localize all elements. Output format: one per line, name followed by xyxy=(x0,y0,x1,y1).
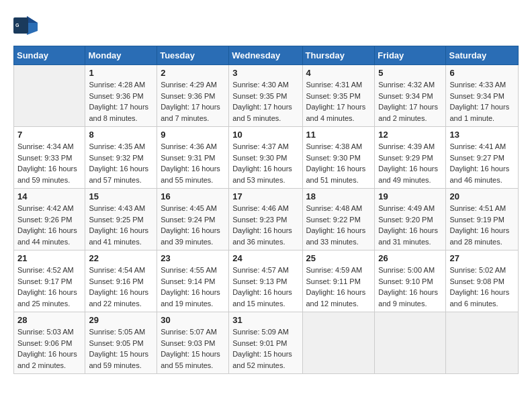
day-number: 13 xyxy=(449,130,515,140)
calendar-cell: 4Sunrise: 4:31 AM Sunset: 9:35 PM Daylig… xyxy=(302,65,375,127)
day-number: 29 xyxy=(89,315,153,325)
calendar-cell: 5Sunrise: 4:32 AM Sunset: 9:34 PM Daylig… xyxy=(375,65,446,127)
day-info: Sunrise: 4:38 AM Sunset: 9:30 PM Dayligh… xyxy=(306,141,371,185)
day-info: Sunrise: 4:48 AM Sunset: 9:22 PM Dayligh… xyxy=(306,203,371,247)
day-info: Sunrise: 4:54 AM Sunset: 9:16 PM Dayligh… xyxy=(89,265,153,309)
day-number: 5 xyxy=(378,68,442,78)
header-sunday: Sunday xyxy=(14,46,85,65)
calendar-cell: 20Sunrise: 4:51 AM Sunset: 9:19 PM Dayli… xyxy=(446,189,519,250)
day-number: 21 xyxy=(17,253,81,263)
calendar-cell: 19Sunrise: 4:49 AM Sunset: 9:20 PM Dayli… xyxy=(375,189,446,250)
calendar-cell: 25Sunrise: 4:59 AM Sunset: 9:11 PM Dayli… xyxy=(302,250,375,312)
day-number: 9 xyxy=(161,130,225,140)
day-number: 7 xyxy=(17,130,81,140)
day-info: Sunrise: 4:28 AM Sunset: 9:36 PM Dayligh… xyxy=(89,79,153,124)
calendar-cell: 16Sunrise: 4:45 AM Sunset: 9:24 PM Dayli… xyxy=(157,189,229,250)
calendar-week-4: 28Sunrise: 5:03 AM Sunset: 9:06 PM Dayli… xyxy=(14,312,519,374)
day-info: Sunrise: 4:46 AM Sunset: 9:23 PM Dayligh… xyxy=(232,203,298,247)
calendar-cell: 17Sunrise: 4:46 AM Sunset: 9:23 PM Dayli… xyxy=(229,189,302,250)
day-info: Sunrise: 4:39 AM Sunset: 9:29 PM Dayligh… xyxy=(378,141,442,185)
header-saturday: Saturday xyxy=(446,46,519,65)
day-number: 1 xyxy=(89,68,153,78)
day-info: Sunrise: 4:41 AM Sunset: 9:27 PM Dayligh… xyxy=(449,141,515,185)
day-number: 14 xyxy=(17,191,81,201)
calendar-cell: 28Sunrise: 5:03 AM Sunset: 9:06 PM Dayli… xyxy=(14,312,85,374)
calendar-cell: 9Sunrise: 4:36 AM Sunset: 9:31 PM Daylig… xyxy=(157,127,229,189)
day-info: Sunrise: 4:43 AM Sunset: 9:25 PM Dayligh… xyxy=(89,203,153,247)
logo-icon: G xyxy=(13,13,35,35)
calendar-cell: 21Sunrise: 4:52 AM Sunset: 9:17 PM Dayli… xyxy=(14,250,85,312)
day-info: Sunrise: 4:37 AM Sunset: 9:30 PM Dayligh… xyxy=(232,141,298,185)
calendar-table: SundayMondayTuesdayWednesdayThursdayFrid… xyxy=(13,46,519,374)
calendar-week-3: 21Sunrise: 4:52 AM Sunset: 9:17 PM Dayli… xyxy=(14,250,519,312)
day-info: Sunrise: 5:05 AM Sunset: 9:05 PM Dayligh… xyxy=(89,326,153,371)
day-info: Sunrise: 5:07 AM Sunset: 9:03 PM Dayligh… xyxy=(161,326,225,371)
calendar-cell: 27Sunrise: 5:02 AM Sunset: 9:08 PM Dayli… xyxy=(446,250,519,312)
calendar-cell: 23Sunrise: 4:55 AM Sunset: 9:14 PM Dayli… xyxy=(157,250,229,312)
day-number: 2 xyxy=(161,68,225,78)
day-info: Sunrise: 5:03 AM Sunset: 9:06 PM Dayligh… xyxy=(17,326,81,371)
day-info: Sunrise: 4:36 AM Sunset: 9:31 PM Dayligh… xyxy=(161,141,225,185)
calendar-header-row: SundayMondayTuesdayWednesdayThursdayFrid… xyxy=(14,46,519,65)
day-info: Sunrise: 5:00 AM Sunset: 9:10 PM Dayligh… xyxy=(378,265,442,309)
calendar-cell: 7Sunrise: 4:34 AM Sunset: 9:33 PM Daylig… xyxy=(14,127,85,189)
calendar-cell: 15Sunrise: 4:43 AM Sunset: 9:25 PM Dayli… xyxy=(85,189,157,250)
day-number: 20 xyxy=(449,191,515,201)
day-number: 12 xyxy=(378,130,442,140)
header-thursday: Thursday xyxy=(302,46,375,65)
day-number: 10 xyxy=(232,130,298,140)
day-info: Sunrise: 4:30 AM Sunset: 9:35 PM Dayligh… xyxy=(232,79,298,124)
day-info: Sunrise: 5:09 AM Sunset: 9:01 PM Dayligh… xyxy=(232,326,298,371)
calendar-cell: 18Sunrise: 4:48 AM Sunset: 9:22 PM Dayli… xyxy=(302,189,375,250)
day-info: Sunrise: 4:52 AM Sunset: 9:17 PM Dayligh… xyxy=(17,265,81,309)
day-number: 18 xyxy=(306,191,371,201)
day-number: 19 xyxy=(378,191,442,201)
calendar-cell: 14Sunrise: 4:42 AM Sunset: 9:26 PM Dayli… xyxy=(14,189,85,250)
day-number: 26 xyxy=(378,253,442,263)
header-wednesday: Wednesday xyxy=(229,46,302,65)
day-number: 6 xyxy=(449,68,515,78)
day-info: Sunrise: 4:31 AM Sunset: 9:35 PM Dayligh… xyxy=(306,79,371,124)
day-info: Sunrise: 4:42 AM Sunset: 9:26 PM Dayligh… xyxy=(17,203,81,247)
day-info: Sunrise: 4:51 AM Sunset: 9:19 PM Dayligh… xyxy=(449,203,515,247)
day-info: Sunrise: 4:59 AM Sunset: 9:11 PM Dayligh… xyxy=(306,265,371,309)
calendar-cell xyxy=(375,312,446,374)
day-info: Sunrise: 4:35 AM Sunset: 9:32 PM Dayligh… xyxy=(89,141,153,185)
day-number: 4 xyxy=(306,68,371,78)
calendar-cell xyxy=(14,65,85,127)
calendar-cell: 6Sunrise: 4:33 AM Sunset: 9:34 PM Daylig… xyxy=(446,65,519,127)
calendar-cell: 10Sunrise: 4:37 AM Sunset: 9:30 PM Dayli… xyxy=(229,127,302,189)
day-number: 24 xyxy=(232,253,298,263)
calendar-cell: 1Sunrise: 4:28 AM Sunset: 9:36 PM Daylig… xyxy=(85,65,157,127)
day-number: 11 xyxy=(306,130,371,140)
calendar-cell: 26Sunrise: 5:00 AM Sunset: 9:10 PM Dayli… xyxy=(375,250,446,312)
day-number: 15 xyxy=(89,191,153,201)
calendar-week-0: 1Sunrise: 4:28 AM Sunset: 9:36 PM Daylig… xyxy=(14,65,519,127)
calendar-cell: 12Sunrise: 4:39 AM Sunset: 9:29 PM Dayli… xyxy=(375,127,446,189)
calendar-week-2: 14Sunrise: 4:42 AM Sunset: 9:26 PM Dayli… xyxy=(14,189,519,250)
calendar-cell: 22Sunrise: 4:54 AM Sunset: 9:16 PM Dayli… xyxy=(85,250,157,312)
calendar-cell: 30Sunrise: 5:07 AM Sunset: 9:03 PM Dayli… xyxy=(157,312,229,374)
calendar-cell: 2Sunrise: 4:29 AM Sunset: 9:36 PM Daylig… xyxy=(157,65,229,127)
day-info: Sunrise: 4:29 AM Sunset: 9:36 PM Dayligh… xyxy=(161,79,225,124)
calendar-cell: 31Sunrise: 5:09 AM Sunset: 9:01 PM Dayli… xyxy=(229,312,302,374)
day-info: Sunrise: 4:55 AM Sunset: 9:14 PM Dayligh… xyxy=(161,265,225,309)
day-number: 27 xyxy=(449,253,515,263)
day-info: Sunrise: 5:02 AM Sunset: 9:08 PM Dayligh… xyxy=(449,265,515,309)
calendar-cell: 3Sunrise: 4:30 AM Sunset: 9:35 PM Daylig… xyxy=(229,65,302,127)
header-tuesday: Tuesday xyxy=(157,46,229,65)
day-number: 8 xyxy=(89,130,153,140)
day-number: 16 xyxy=(161,191,225,201)
calendar-cell xyxy=(446,312,519,374)
day-info: Sunrise: 4:45 AM Sunset: 9:24 PM Dayligh… xyxy=(161,203,225,247)
day-number: 17 xyxy=(232,191,298,201)
calendar-cell: 29Sunrise: 5:05 AM Sunset: 9:05 PM Dayli… xyxy=(85,312,157,374)
day-info: Sunrise: 4:32 AM Sunset: 9:34 PM Dayligh… xyxy=(378,79,442,124)
calendar-week-1: 7Sunrise: 4:34 AM Sunset: 9:33 PM Daylig… xyxy=(14,127,519,189)
header-monday: Monday xyxy=(85,46,157,65)
calendar-cell: 24Sunrise: 4:57 AM Sunset: 9:13 PM Dayli… xyxy=(229,250,302,312)
calendar-cell: 11Sunrise: 4:38 AM Sunset: 9:30 PM Dayli… xyxy=(302,127,375,189)
day-number: 28 xyxy=(17,315,81,325)
day-info: Sunrise: 4:33 AM Sunset: 9:34 PM Dayligh… xyxy=(449,79,515,124)
day-number: 23 xyxy=(161,253,225,263)
